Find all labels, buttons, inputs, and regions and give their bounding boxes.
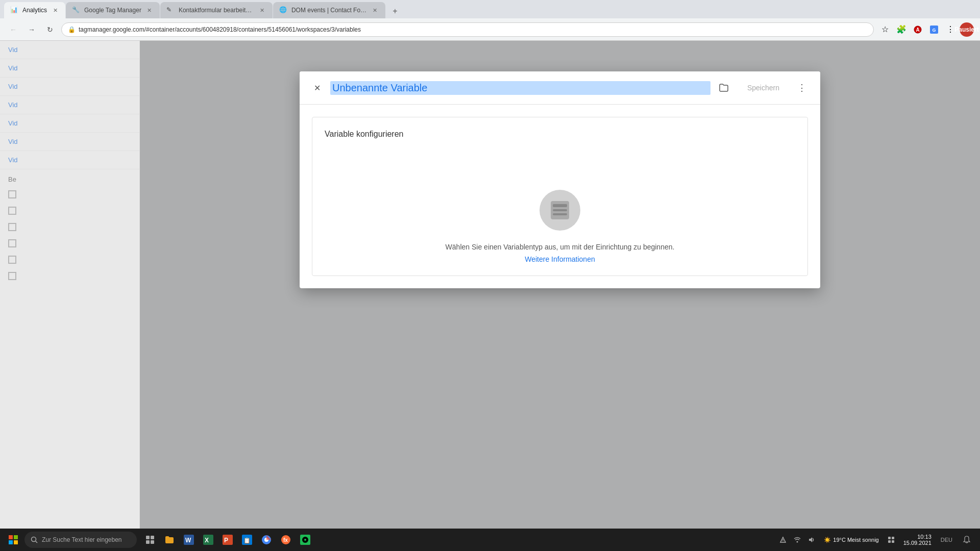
checkbox-2[interactable] (8, 207, 16, 215)
tab-favicon-analytics: 📊 (10, 6, 18, 14)
taskbar-chrome[interactable] (257, 531, 276, 549)
config-card: Variable konfigurieren Wählen Sie (312, 117, 808, 276)
svg-point-36 (797, 541, 798, 543)
checkbox-item-3[interactable] (0, 219, 139, 235)
checkbox-6[interactable] (8, 272, 16, 280)
url-bar[interactable]: 🔒 tagmanager.google.com/#container/accou… (61, 22, 874, 37)
sidebar-item-4[interactable]: Vid (0, 96, 139, 114)
checkbox-item-5[interactable] (0, 252, 139, 268)
variable-modal: ✕ Speichern ⋮ Variable konfig (300, 71, 820, 288)
sidebar-item-5[interactable]: Vid (0, 114, 139, 133)
forward-button[interactable]: → (24, 22, 39, 37)
svg-rect-16 (146, 540, 150, 544)
taskbar-powerpoint[interactable]: P (218, 531, 237, 549)
svg-text:G: G (932, 28, 936, 33)
svg-rect-40 (888, 540, 891, 543)
weather-icon: ☀️ (824, 537, 831, 543)
svg-rect-8 (9, 535, 13, 539)
svg-rect-39 (892, 537, 894, 539)
reload-button[interactable]: ↻ (43, 22, 57, 37)
taskbar-explorer[interactable] (160, 531, 179, 549)
taskbar-app8[interactable] (296, 531, 314, 549)
page-content: ✕ Speichern ⋮ Variable konfig (140, 41, 980, 529)
address-bar-actions: ☆ 🧩 A G ⋮ Pausiert (878, 22, 974, 37)
system-tray: ☀️ 19°C Meist sonnig (777, 534, 897, 546)
volume-icon[interactable] (805, 534, 818, 546)
checkbox-5[interactable] (8, 256, 16, 264)
svg-rect-9 (14, 535, 18, 539)
tray-icon-1[interactable] (777, 534, 789, 546)
tab-favicon-gtm: 🔧 (72, 6, 80, 14)
tab-dom-events[interactable]: 🌐 DOM events | Contact Form 7 ✕ (273, 2, 385, 18)
profile-button[interactable]: Pausiert (960, 22, 974, 37)
language-indicator: DEU (938, 537, 955, 543)
tab-close-dom-events[interactable]: ✕ (371, 6, 379, 14)
tab-close-kontaktformular[interactable]: ✕ (258, 6, 266, 14)
save-button[interactable]: Speichern (737, 80, 790, 96)
svg-rect-38 (888, 537, 891, 539)
checkbox-4[interactable] (8, 239, 16, 247)
tab-favicon-dom-events: 🌐 (279, 6, 287, 14)
browser-chrome: 📊 Analytics ✕ 🔧 Google Tag Manager ✕ ✎ K… (0, 0, 980, 41)
address-bar: ← → ↻ 🔒 tagmanager.google.com/#container… (0, 18, 980, 41)
checkbox-item-4[interactable] (0, 235, 139, 252)
back-button[interactable]: ← (6, 22, 20, 37)
sidebar-item-3[interactable]: Vid (0, 78, 139, 96)
taskbar-taskview[interactable] (141, 531, 159, 549)
extensions-icon[interactable]: 🧩 (894, 22, 909, 37)
svg-rect-11 (14, 540, 18, 544)
svg-rect-14 (146, 536, 150, 539)
adblock-icon[interactable]: A (911, 22, 925, 37)
tab-close-gtm[interactable]: ✕ (145, 6, 154, 14)
checkbox-1[interactable] (8, 190, 16, 198)
lock-icon: 🔒 (68, 26, 76, 33)
svg-rect-5 (553, 204, 567, 207)
svg-rect-6 (553, 209, 567, 211)
tab-title-analytics: Analytics (22, 7, 47, 14)
taskbar-clock[interactable]: 10:13 15.09.2021 (899, 534, 936, 546)
weitere-informationen-link[interactable]: Weitere Informationen (525, 255, 595, 263)
section-header: Be (0, 169, 139, 186)
checkbox-item-2[interactable] (0, 203, 139, 219)
svg-text:W: W (185, 537, 191, 544)
tab-gtm[interactable]: 🔧 Google Tag Manager ✕ (66, 2, 160, 18)
taskbar-app5[interactable]: 📋 (238, 531, 256, 549)
notification-button[interactable] (958, 531, 976, 549)
start-button[interactable] (4, 531, 22, 549)
tab-close-analytics[interactable]: ✕ (51, 6, 59, 14)
config-description: Wählen Sie einen Variablentyp aus, um mi… (446, 243, 675, 251)
new-tab-button[interactable]: + (388, 4, 402, 18)
tab-title-dom-events: DOM events | Contact Form 7 (291, 7, 367, 14)
tab-analytics[interactable]: 📊 Analytics ✕ (4, 2, 65, 18)
checkbox-item-1[interactable] (0, 186, 139, 203)
variable-name-input[interactable] (330, 81, 710, 95)
taskbar-search-placeholder: Zur Suche Text hier eingeben (42, 536, 122, 543)
checkbox-3[interactable] (8, 223, 16, 231)
taskbar-app7[interactable]: fx (277, 531, 295, 549)
sidebar-item-7[interactable]: Vid (0, 151, 139, 169)
sidebar-item-2[interactable]: Vid (0, 59, 139, 78)
sidebar: Vid Vid Vid Vid Vid Vid Vid Be (0, 41, 140, 529)
taskbar-word[interactable]: W (180, 531, 198, 549)
sidebar-item-6[interactable]: Vid (0, 133, 139, 151)
close-button[interactable]: ✕ (310, 81, 324, 95)
folder-button[interactable] (717, 81, 731, 95)
config-title: Variable konfigurieren (325, 130, 403, 139)
network-icon[interactable] (791, 534, 803, 546)
url-text: tagmanager.google.com/#container/account… (79, 26, 867, 33)
svg-point-12 (32, 537, 36, 542)
gtm-icon[interactable]: G (927, 22, 941, 37)
weather-display[interactable]: ☀️ 19°C Meist sonnig (820, 537, 883, 543)
tab-bar: 📊 Analytics ✕ 🔧 Google Tag Manager ✕ ✎ K… (0, 0, 980, 18)
svg-text:P: P (224, 537, 228, 544)
taskbar-excel[interactable]: X (199, 531, 217, 549)
bookmark-icon[interactable]: ☆ (878, 22, 892, 37)
svg-marker-37 (809, 537, 812, 542)
notification-center-icon[interactable] (885, 534, 897, 546)
tab-kontaktformular[interactable]: ✎ Kontaktformular bearbeiten · M… ✕ (160, 2, 273, 18)
more-options-button[interactable]: ⋮ (794, 80, 810, 96)
sidebar-item-1[interactable]: Vid (0, 41, 139, 59)
checkbox-item-6[interactable] (0, 268, 139, 284)
config-placeholder-icon (540, 190, 580, 231)
taskbar-search[interactable]: Zur Suche Text hier eingeben (24, 532, 137, 548)
